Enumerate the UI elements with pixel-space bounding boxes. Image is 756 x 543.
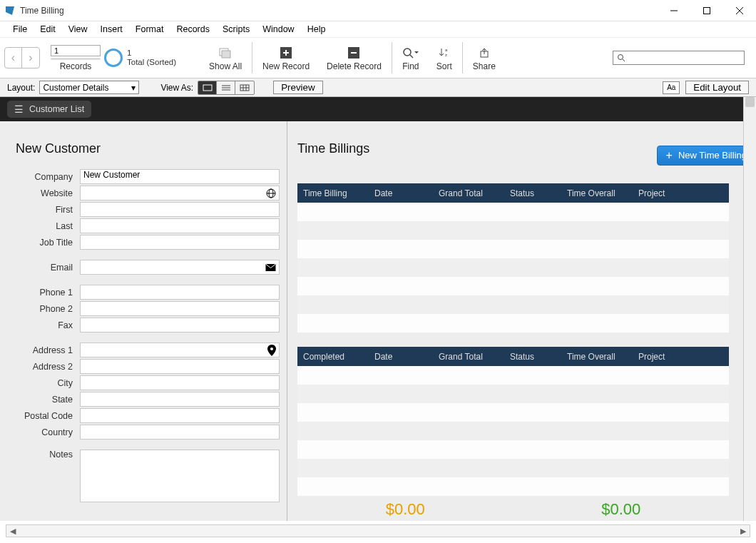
toolbar: ‹ › Records 1 Total (Sorted) Show All Ne… xyxy=(0,37,756,78)
table-row[interactable] xyxy=(297,258,729,277)
formatting-button[interactable]: Aa xyxy=(663,81,680,94)
delete-record-button[interactable]: Delete Record xyxy=(318,38,390,78)
label-phone2: Phone 2 xyxy=(16,304,80,314)
th-grand-total[interactable]: Grand Total xyxy=(433,183,504,203)
horizontal-scrollbar[interactable]: ◀ ▶ xyxy=(6,524,750,537)
th-date[interactable]: Date xyxy=(369,183,433,203)
menu-help[interactable]: Help xyxy=(302,22,332,36)
menu-view[interactable]: View xyxy=(63,22,93,36)
view-form-icon[interactable] xyxy=(198,81,217,94)
window-controls xyxy=(658,0,756,21)
minimize-button[interactable] xyxy=(658,0,690,21)
table-row[interactable] xyxy=(297,459,729,477)
input-address2[interactable] xyxy=(80,359,280,374)
new-record-button[interactable]: New Record xyxy=(254,38,318,78)
table-row[interactable] xyxy=(297,477,729,496)
record-number-input[interactable] xyxy=(51,45,101,56)
mail-icon[interactable] xyxy=(265,263,276,271)
menu-edit[interactable]: Edit xyxy=(34,22,61,36)
input-country[interactable] xyxy=(80,425,280,440)
th-project[interactable]: Project xyxy=(633,183,729,203)
preview-button[interactable]: Preview xyxy=(273,81,322,94)
input-fax[interactable] xyxy=(80,318,280,333)
table-row[interactable] xyxy=(297,385,729,403)
close-button[interactable] xyxy=(723,0,756,21)
table-row[interactable] xyxy=(297,221,729,240)
edit-layout-button[interactable]: Edit Layout xyxy=(685,81,749,94)
table-row[interactable] xyxy=(297,422,729,440)
search-icon xyxy=(402,45,419,61)
th-time-overall2[interactable]: Time Overall xyxy=(561,347,633,366)
table-row[interactable] xyxy=(297,440,729,459)
totals-row: $0.00 $0.00 xyxy=(297,500,729,519)
found-set-indicator[interactable]: 1 Total (Sorted) xyxy=(104,49,176,67)
th-completed[interactable]: Completed xyxy=(297,347,369,366)
input-phone1[interactable] xyxy=(80,285,280,300)
sort-button[interactable]: az Sort xyxy=(428,38,461,78)
table-row[interactable] xyxy=(297,314,729,333)
table-row[interactable] xyxy=(297,295,729,314)
svg-point-30 xyxy=(270,347,273,350)
th-grand-total2[interactable]: Grand Total xyxy=(433,347,504,366)
layout-selector[interactable]: Customer Details ▾ xyxy=(39,81,139,94)
menu-insert[interactable]: Insert xyxy=(95,22,128,36)
prev-record-button[interactable]: ‹ xyxy=(5,48,22,68)
input-first[interactable] xyxy=(80,202,280,217)
input-notes[interactable] xyxy=(80,450,280,502)
chevron-down-icon: ▾ xyxy=(131,83,136,93)
show-all-button[interactable]: Show All xyxy=(200,38,250,78)
menu-scripts[interactable]: Scripts xyxy=(217,22,255,36)
vertical-scrollbar[interactable] xyxy=(743,97,756,521)
th-date2[interactable]: Date xyxy=(369,347,433,366)
table-row[interactable] xyxy=(297,366,729,385)
menu-file[interactable]: File xyxy=(7,22,33,36)
record-slider[interactable] xyxy=(51,58,101,60)
view-list-icon[interactable] xyxy=(217,81,235,94)
customer-list-chip[interactable]: ☰ Customer List xyxy=(7,101,91,118)
table-row[interactable] xyxy=(297,203,729,221)
quick-search[interactable] xyxy=(613,51,745,65)
table-row[interactable] xyxy=(297,240,729,258)
input-postal[interactable] xyxy=(80,408,280,423)
menu-records[interactable]: Records xyxy=(170,22,215,36)
menu-format[interactable]: Format xyxy=(130,22,170,36)
find-button[interactable]: Find xyxy=(394,38,428,78)
label-email: Email xyxy=(16,263,80,273)
input-website[interactable] xyxy=(80,186,280,201)
input-last[interactable] xyxy=(80,218,280,233)
menu-window[interactable]: Window xyxy=(257,22,300,36)
found-text: Total (Sorted) xyxy=(127,58,176,67)
scroll-right-arrow[interactable]: ▶ xyxy=(737,527,750,536)
quick-search-input[interactable] xyxy=(629,51,744,64)
new-time-billing-button[interactable]: + New Time Billing xyxy=(657,146,756,166)
globe-icon[interactable] xyxy=(266,188,276,198)
input-phone2[interactable] xyxy=(80,301,280,316)
view-table-icon[interactable] xyxy=(235,81,254,94)
table-row[interactable] xyxy=(297,403,729,422)
input-job-title[interactable] xyxy=(80,235,280,250)
input-company[interactable]: New Customer xyxy=(80,169,280,184)
label-last: Last xyxy=(16,221,80,231)
label-fax: Fax xyxy=(16,320,80,330)
share-button[interactable]: Share xyxy=(464,38,504,78)
svg-rect-18 xyxy=(203,85,212,91)
input-city[interactable] xyxy=(80,375,280,390)
table-row[interactable] xyxy=(297,277,729,295)
sort-icon: az xyxy=(439,45,450,61)
scroll-left-arrow[interactable]: ◀ xyxy=(6,527,19,536)
form-title: New Customer xyxy=(16,141,280,156)
th-status[interactable]: Status xyxy=(504,183,561,203)
maximize-button[interactable] xyxy=(690,0,723,21)
input-email[interactable] xyxy=(80,260,280,275)
customer-form: New Customer CompanyNew Customer Website… xyxy=(0,121,287,521)
th-time-billing[interactable]: Time Billing xyxy=(297,183,369,203)
next-record-button[interactable]: › xyxy=(22,48,39,68)
record-nav: ‹ › xyxy=(4,47,40,68)
th-time-overall[interactable]: Time Overall xyxy=(561,183,633,203)
input-address1[interactable] xyxy=(80,342,280,357)
th-project2[interactable]: Project xyxy=(633,347,729,366)
pin-icon[interactable] xyxy=(267,345,276,356)
input-state[interactable] xyxy=(80,392,280,407)
label-address1: Address 1 xyxy=(16,345,80,355)
th-status2[interactable]: Status xyxy=(504,347,561,366)
